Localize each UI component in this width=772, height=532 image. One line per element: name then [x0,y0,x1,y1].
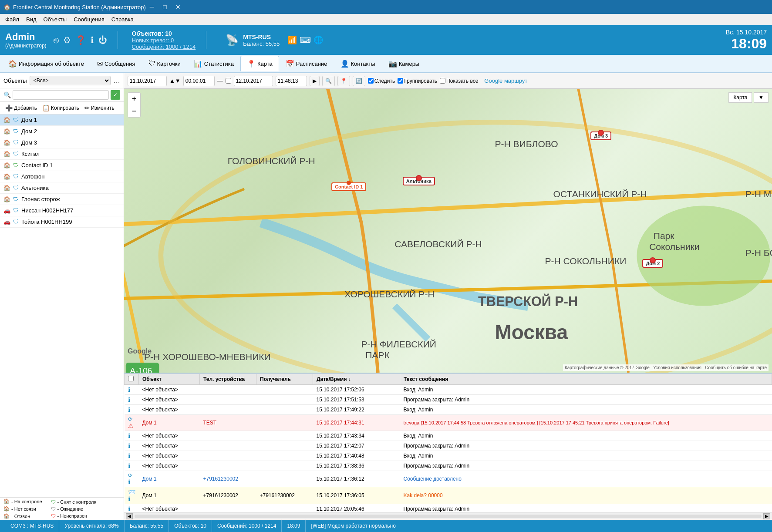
list-item[interactable]: 🏠 🛡 Глонас сторож [0,194,124,205]
list-item[interactable]: 🏠 🛡 Contact ID 1 [0,160,124,171]
maximize-button[interactable]: □ [159,1,171,13]
minimize-button[interactable]: ─ [146,1,158,13]
search-map-button[interactable]: 🔍 [322,76,335,86]
legend-col-2: 🛡 - Снят с контроля 🛡 - Ожидание 🛡 - Неи… [51,499,97,519]
table-row[interactable]: ℹ <Нет объекта> 15.10.2017 17:51:53 Прог… [125,395,772,405]
logout-icon[interactable]: ⎋ [54,35,59,45]
list-item[interactable]: 🏠 🛡 Дом 3 [0,137,124,148]
search-input[interactable] [13,90,109,100]
end-date-input[interactable] [234,76,273,86]
date-range-dash: — [217,77,223,84]
map-type-dropdown[interactable]: ▼ [754,92,769,103]
map-type-button[interactable]: Карта [728,92,752,103]
start-date-input[interactable] [128,76,167,86]
new-alarms[interactable]: Новых тревог: 0 [132,37,196,44]
show-all-checkbox[interactable]: Показать все [440,78,478,84]
table-row[interactable]: ℹ <Нет объекта> 15.10.2017 17:40:48 Вход… [125,451,772,461]
copy-icon: 📋 [42,104,50,111]
copy-button[interactable]: 📋 Копировать [40,104,81,112]
row-recv [256,504,313,512]
table-row[interactable]: ℹ <Нет объекта> 15.10.2017 17:38:36 Прог… [125,461,772,471]
obj-type-icon: 🏠 [3,128,10,135]
scroll-left-button[interactable]: ◀ [126,513,133,519]
legend-no-signal: 🏠 - Нет связи [3,506,42,512]
table-row[interactable]: ℹ <Нет объекта> 15.10.2017 17:52:06 Вход… [125,385,772,395]
add-button[interactable]: ➕ Добавить [3,104,39,112]
table-row[interactable]: ℹ <Нет объекта> 15.10.2017 17:49:22 Вход… [125,405,772,415]
list-item[interactable]: 🚗 🛡 Ниссан Н002НН177 [0,205,124,216]
shield-icon: 🛡 [13,117,19,123]
select-all-checkbox[interactable] [128,376,134,381]
list-item[interactable]: 🏠 🛡 Альтоника [0,182,124,194]
shield-icon: 🛡 [13,128,19,135]
menu-file[interactable]: Файл [2,15,23,24]
map-pin-altonika[interactable]: Альтоника [403,177,435,185]
svg-text:ГОЛОВИНСКИЙ Р-Н: ГОЛОВИНСКИЙ Р-Н [228,156,315,166]
map-container[interactable]: Р-Н МИТИНО ГОЛОВИНСКИЙ Р-Н Р-Н ВИБЛОВО Р… [124,89,772,373]
menu-objects[interactable]: Объекты [40,15,71,24]
start-time-input[interactable] [183,76,215,86]
date-checkbox[interactable] [226,78,231,84]
tab-cards[interactable]: 🛡 Карточки [142,56,187,71]
table-row[interactable]: ℹ <Нет объекта> 15.10.2017 17:43:34 Вход… [125,431,772,441]
zoom-in-button[interactable]: + [128,93,140,105]
menu-messages[interactable]: Сообщения [70,15,108,24]
help-icon[interactable]: ❓ [75,35,86,45]
edit-button[interactable]: ✏ Изменить [83,104,116,112]
play-button[interactable]: ▶ [310,76,320,86]
filter-select[interactable]: <Все> [30,76,111,85]
group-checkbox[interactable]: Группировать [398,78,437,84]
table-row[interactable]: ⟳ ⚠ Дом 1 TEST 15.10.2017 17:44:31 trevo… [125,415,772,431]
tab-map[interactable]: 📍 Карта [240,56,279,71]
scroll-bar[interactable]: ◀ ▶ [124,512,772,520]
search-bar: 🔍 ✓ [0,88,124,102]
list-item[interactable]: 🏠 🛡 Кситал [0,148,124,160]
search-icon: 🔍 [3,91,11,98]
tab-messages[interactable]: ✉ Сообщения [91,56,142,71]
table-row[interactable]: ℹ <Нет объекта> 11.10.2017 20:05:46 Прог… [125,504,772,512]
map-pin-contact-id[interactable]: Contact ID 1 [331,182,366,191]
current-time: 18:09 [726,36,767,52]
end-time-input[interactable] [276,76,307,86]
svg-rect-31 [126,363,159,373]
info-icon[interactable]: ℹ [91,35,94,45]
map-credits: Картографические данные © 2017 Google Ус… [563,364,769,371]
zoom-out-button[interactable]: − [128,105,140,117]
location-button[interactable]: 📍 [337,76,350,86]
tab-cameras[interactable]: 📷 Камеры [382,56,426,71]
list-item[interactable]: 🏠 🛡 Дом 2 [0,126,124,137]
close-button[interactable]: ✕ [172,1,184,13]
row-recv [256,395,313,405]
th-object: Объект [139,374,200,385]
shield-icon: 🛡 [13,196,19,202]
scrollbar-track[interactable] [135,515,762,518]
settings-icon[interactable]: ⚙ [63,35,71,45]
map-pin-dom3[interactable]: Дом 3 [590,131,611,140]
filter-more-button[interactable]: … [113,77,120,84]
status-messages: Сообщений: 1000 / 1214 [212,520,282,532]
scroll-right-button[interactable]: ▶ [763,513,770,519]
menu-view[interactable]: Вид [23,15,40,24]
tab-contacts[interactable]: 👤 Контакты [334,56,382,71]
table-row[interactable]: ℹ <Нет объекта> 15.10.2017 17:42:07 Прог… [125,441,772,451]
search-go-button[interactable]: ✓ [111,90,120,100]
table-row[interactable]: ⟳ ℹ Дом 1 +79161230002 15.10.2017 17:36:… [125,471,772,487]
tab-stats[interactable]: 📊 Статистика [187,56,240,71]
refresh-button[interactable]: 🔄 [353,76,365,86]
messages-count[interactable]: Сообщений: 1000 / 1214 [132,44,196,50]
table-row[interactable]: 📨 ℹ Дом 1 +79161230002 +79161230002 15.1… [125,487,772,504]
messages-tab-icon: ✉ [97,60,103,68]
list-item[interactable]: 🚗 🛡 Тойота Н001НН199 [0,216,124,228]
row-recv [256,461,313,471]
tab-info[interactable]: 🏠 Информация об объекте [2,56,91,71]
list-item[interactable]: 🏠 🛡 Дом 1 [0,114,124,126]
power-icon[interactable]: ⏻ [98,35,107,45]
row-tel [200,431,256,441]
menu-help[interactable]: Справка [108,15,137,24]
row-dt: 15.10.2017 17:42:07 [313,441,400,451]
follow-checkbox[interactable]: Следить [368,78,395,84]
list-item[interactable]: 🏠 🛡 Автофон [0,171,124,182]
legend-on-control-label: - На контроле [11,499,42,504]
tab-schedule[interactable]: 📅 Расписание [279,56,334,71]
map-pin-dom2[interactable]: Дом 2 [642,259,663,268]
